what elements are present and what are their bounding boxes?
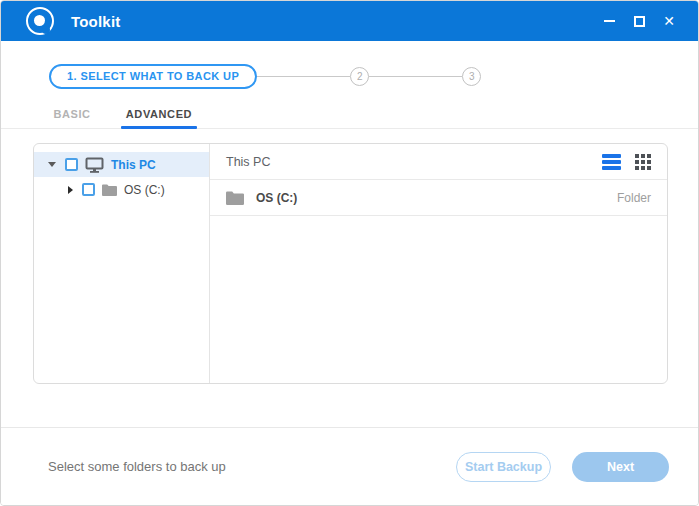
tree-item-os-c[interactable]: OS (C:) (34, 177, 209, 202)
tab-basic[interactable]: BASIC (33, 100, 111, 128)
tab-bar: BASIC ADVANCED (1, 100, 698, 129)
list-view-icon[interactable] (602, 154, 621, 170)
folder-icon (102, 184, 117, 196)
current-location-label: This PC (226, 155, 270, 169)
step-2-circle: 2 (350, 67, 369, 86)
window-controls: ✕ (594, 1, 698, 41)
start-backup-button[interactable]: Start Backup (456, 452, 551, 482)
step-3-circle: 3 (462, 67, 481, 86)
file-type: Folder (617, 191, 651, 205)
tree-item-this-pc[interactable]: This PC (34, 152, 209, 177)
status-message: Select some folders to back up (48, 459, 226, 474)
stepper-connector (369, 76, 462, 77)
footer-buttons: Start Backup Next (456, 452, 669, 482)
os-c-checkbox[interactable] (82, 183, 95, 196)
step-1-pill[interactable]: 1. SELECT WHAT TO BACK UP (49, 64, 257, 89)
app-title: Toolkit (71, 13, 120, 30)
toolkit-logo-icon (26, 7, 54, 35)
folder-selection-panel: This PC OS (C:) This PC (33, 143, 668, 384)
file-row-os-c[interactable]: OS (C:) Folder (210, 180, 667, 216)
chevron-down-icon[interactable] (48, 162, 56, 167)
minimize-button[interactable] (594, 1, 624, 41)
file-list-header: This PC (210, 144, 667, 180)
titlebar: Toolkit ✕ (1, 1, 698, 41)
tree-item-label: This PC (111, 158, 156, 172)
stepper-connector (257, 76, 350, 77)
file-list-panel: This PC OS (C:) Folder (210, 144, 667, 383)
next-button[interactable]: Next (572, 452, 669, 482)
folder-icon (226, 191, 244, 205)
monitor-icon (85, 157, 104, 173)
view-toggles (602, 154, 651, 170)
this-pc-checkbox[interactable] (65, 158, 78, 171)
backup-stepper: 1. SELECT WHAT TO BACK UP 2 3 (49, 63, 698, 89)
tree-item-label: OS (C:) (124, 183, 165, 197)
grid-view-icon[interactable] (635, 154, 651, 170)
toolkit-window: Toolkit ✕ 1. SELECT WHAT TO BACK UP 2 3 … (0, 0, 699, 506)
tab-advanced[interactable]: ADVANCED (111, 100, 207, 128)
folder-tree: This PC OS (C:) (34, 144, 210, 383)
footer-bar: Select some folders to back up Start Bac… (1, 427, 698, 505)
minimize-icon (604, 20, 615, 22)
close-button[interactable]: ✕ (654, 1, 684, 41)
file-name: OS (C:) (256, 191, 297, 205)
close-icon: ✕ (663, 14, 675, 28)
chevron-right-icon[interactable] (68, 186, 73, 194)
maximize-icon (634, 16, 645, 27)
maximize-button[interactable] (624, 1, 654, 41)
